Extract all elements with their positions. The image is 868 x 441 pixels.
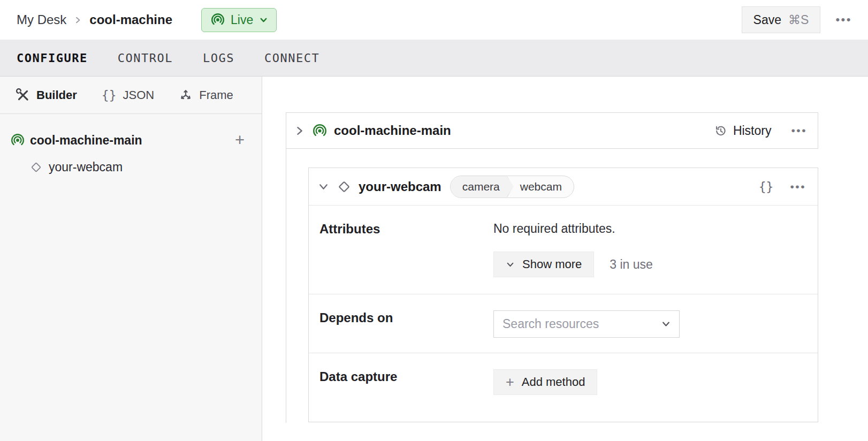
save-button[interactable]: Save ⌘S	[742, 6, 821, 33]
tab-control[interactable]: CONTROL	[118, 51, 173, 65]
breadcrumb-parent[interactable]: My Desk	[17, 12, 66, 27]
tab-connect[interactable]: CONNECT	[264, 51, 319, 65]
config-sidebar: Builder {} JSON Frame	[0, 77, 262, 441]
attributes-section: Attributes No required attributes. Show …	[309, 205, 818, 294]
braces-icon: {}	[102, 88, 117, 102]
add-method-button[interactable]: + Add method	[493, 369, 597, 395]
resource-tree: cool-machine-main + your-webcam	[0, 114, 262, 177]
attributes-in-use-count: 3 in use	[610, 257, 653, 272]
component-json-toggle-icon[interactable]: {}	[759, 180, 774, 194]
save-shortcut-hint: ⌘S	[788, 13, 809, 27]
breadcrumb-chevron-icon	[73, 16, 82, 25]
part-card-menu-icon[interactable]: •••	[791, 124, 807, 137]
tree-item-machine-part[interactable]: cool-machine-main +	[0, 130, 262, 150]
machine-part-icon	[313, 124, 327, 138]
component-card: your-webcam camera webcam {} ••• Attribu…	[308, 168, 818, 422]
mode-json[interactable]: {} JSON	[102, 88, 154, 102]
badge-model: webcam	[514, 180, 574, 193]
live-status-label: Live	[231, 13, 253, 27]
mode-frame-label: Frame	[199, 88, 233, 102]
save-button-label: Save	[753, 13, 781, 27]
main-nav-tabs: CONFIGURE CONTROL LOGS CONNECT	[0, 40, 868, 77]
mode-json-label: JSON	[123, 88, 155, 102]
tools-icon	[16, 88, 30, 102]
mode-builder[interactable]: Builder	[16, 88, 77, 102]
component-type-badge: camera webcam	[450, 176, 574, 198]
tree-item-component[interactable]: your-webcam	[0, 157, 262, 177]
chevron-down-icon	[259, 16, 268, 25]
show-more-label: Show more	[522, 257, 582, 271]
component-diamond-icon	[337, 179, 352, 194]
machine-name: cool-machine	[89, 12, 172, 27]
component-card-title: your-webcam	[359, 179, 441, 194]
tab-configure[interactable]: CONFIGURE	[17, 51, 88, 65]
history-button-label: History	[733, 124, 772, 138]
tree-item-label: cool-machine-main	[30, 133, 142, 148]
depends-on-label: Depends on	[309, 294, 493, 353]
data-capture-content: + Add method	[493, 353, 818, 423]
tree-connector-line	[286, 149, 286, 423]
app-body: Builder {} JSON Frame	[0, 77, 868, 441]
add-resource-button[interactable]: +	[235, 130, 245, 150]
live-status-badge[interactable]: Live	[201, 8, 277, 32]
component-diamond-icon	[29, 161, 43, 174]
add-method-label: Add method	[522, 375, 585, 389]
attributes-content: No required attributes. Show more 3 in u…	[493, 206, 818, 294]
depends-on-select[interactable]: Search resources	[493, 310, 680, 338]
plus-icon: +	[506, 375, 514, 390]
component-menu-icon[interactable]: •••	[790, 180, 806, 193]
chevron-down-icon	[506, 260, 515, 269]
attributes-empty-text: No required attributes.	[493, 222, 818, 236]
tree-item-label: your-webcam	[49, 160, 123, 174]
machine-part-card: cool-machine-main History •••	[286, 112, 818, 149]
chevron-down-icon	[661, 319, 671, 329]
depends-on-section: Depends on Search resources	[309, 294, 818, 353]
component-card-header: your-webcam camera webcam {} •••	[309, 168, 818, 205]
machine-part-icon	[11, 133, 25, 147]
config-content: cool-machine-main History •••	[262, 77, 868, 441]
depends-on-content: Search resources	[493, 294, 818, 353]
mode-builder-label: Builder	[36, 88, 77, 102]
history-button[interactable]: History	[714, 124, 772, 138]
tab-logs[interactable]: LOGS	[203, 51, 234, 65]
live-broadcast-icon	[211, 13, 225, 27]
attributes-actions-row: Show more 3 in use	[493, 252, 818, 277]
frame-axes-icon	[179, 88, 193, 102]
data-capture-label: Data capture	[309, 353, 493, 423]
collapse-chevron-down-icon[interactable]	[318, 181, 329, 192]
top-bar: My Desk cool-machine Live Save ⌘S •••	[0, 0, 868, 40]
data-capture-section: Data capture + Add method	[309, 353, 818, 423]
part-card-title: cool-machine-main	[334, 123, 451, 138]
config-mode-switcher: Builder {} JSON Frame	[0, 77, 262, 114]
badge-category: camera	[451, 176, 514, 197]
topbar-overflow-menu-icon[interactable]: •••	[835, 13, 852, 27]
attributes-label: Attributes	[309, 206, 493, 294]
depends-on-placeholder: Search resources	[502, 317, 661, 331]
mode-frame[interactable]: Frame	[179, 88, 233, 102]
history-clock-icon	[714, 124, 727, 138]
show-more-button[interactable]: Show more	[493, 252, 594, 277]
expand-chevron-right-icon[interactable]	[294, 125, 305, 136]
